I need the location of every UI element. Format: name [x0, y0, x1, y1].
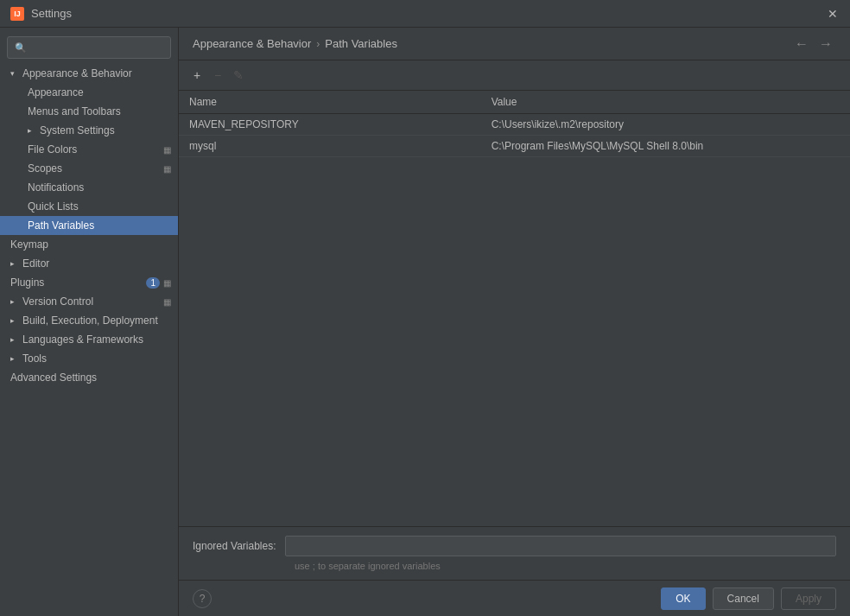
sidebar-item-plugins[interactable]: Plugins 1 ▦	[0, 273, 178, 292]
main-content: 🔍 ▾ Appearance & Behavior Appearance Men…	[0, 28, 850, 616]
close-button[interactable]: ✕	[826, 7, 840, 21]
toolbar: + − ✎	[179, 60, 850, 91]
settings-window: IJ Settings ✕ 🔍 ▾ Appearance & Behavior …	[0, 0, 850, 616]
ok-button[interactable]: OK	[661, 587, 705, 610]
plugins-extra: 1 ▦	[146, 277, 171, 289]
sidebar-item-scopes[interactable]: Scopes ▦	[0, 159, 178, 178]
col-header-value: Value	[481, 91, 850, 114]
sidebar-item-quick-lists[interactable]: Quick Lists	[0, 197, 178, 216]
scopes-extra: ▦	[163, 164, 171, 174]
plugins-badge: 1	[146, 277, 160, 289]
sidebar: 🔍 ▾ Appearance & Behavior Appearance Men…	[0, 28, 179, 616]
sidebar-item-version-control[interactable]: ▸ Version Control ▦	[0, 292, 178, 311]
chevron-down-icon: ▾	[10, 69, 19, 78]
sidebar-item-path-variables[interactable]: Path Variables	[0, 216, 178, 235]
nav-buttons: ← →	[791, 35, 836, 54]
sidebar-item-system-settings[interactable]: ▸ System Settings	[0, 121, 178, 140]
sidebar-item-build-execution[interactable]: ▸ Build, Execution, Deployment	[0, 311, 178, 330]
sidebar-item-languages-frameworks[interactable]: ▸ Languages & Frameworks	[0, 330, 178, 349]
sidebar-item-appearance[interactable]: Appearance	[0, 83, 178, 102]
sidebar-item-advanced-settings[interactable]: Advanced Settings	[0, 368, 178, 387]
table-row[interactable]: MAVEN_REPOSITORYC:\Users\ikize\.m2\repos…	[179, 114, 850, 136]
table-row[interactable]: mysqlC:\Program Files\MySQL\MySQL Shell …	[179, 136, 850, 157]
plugins-icon: ▦	[163, 278, 171, 288]
file-colors-icon: ▦	[163, 145, 171, 155]
cell-value: C:\Program Files\MySQL\MySQL Shell 8.0\b…	[481, 136, 850, 157]
help-section: ?	[193, 589, 212, 608]
nav-forward-button[interactable]: →	[815, 35, 836, 54]
ignored-label: Ignored Variables:	[193, 540, 276, 552]
sidebar-item-notifications[interactable]: Notifications	[0, 178, 178, 197]
title-bar: IJ Settings ✕	[0, 0, 850, 28]
file-colors-extra: ▦	[163, 145, 171, 155]
chevron-right-icon: ▸	[28, 126, 36, 135]
apply-button[interactable]: Apply	[781, 587, 836, 610]
cell-name: MAVEN_REPOSITORY	[179, 114, 481, 136]
col-header-name: Name	[179, 91, 481, 114]
search-box[interactable]: 🔍	[7, 36, 171, 59]
chevron-right-icon-tools: ▸	[10, 354, 19, 363]
main-panel: Appearance & Behavior › Path Variables ←…	[179, 28, 850, 616]
add-button[interactable]: +	[187, 66, 206, 85]
title-bar-left: IJ Settings	[10, 7, 72, 21]
sidebar-item-keymap[interactable]: Keymap	[0, 235, 178, 254]
sidebar-item-tools[interactable]: ▸ Tools	[0, 349, 178, 368]
vc-extra: ▦	[163, 297, 171, 307]
breadcrumb-separator: ›	[316, 38, 320, 50]
sidebar-item-editor[interactable]: ▸ Editor	[0, 254, 178, 273]
chevron-right-icon-editor: ▸	[10, 259, 19, 268]
sidebar-item-file-colors[interactable]: File Colors ▦	[0, 140, 178, 159]
vc-icon: ▦	[163, 297, 171, 307]
window-title: Settings	[31, 7, 72, 20]
chevron-right-icon-vc: ▸	[10, 297, 19, 306]
chevron-right-icon-build: ▸	[10, 316, 19, 325]
sidebar-item-menus-toolbars[interactable]: Menus and Toolbars	[0, 102, 178, 121]
dialog-footer: ? OK Cancel Apply	[179, 580, 850, 616]
bottom-panel: Ignored Variables: use ; to separate ign…	[179, 526, 850, 580]
help-button[interactable]: ?	[193, 589, 212, 608]
search-icon: 🔍	[15, 42, 27, 54]
breadcrumb: Appearance & Behavior › Path Variables ←…	[179, 28, 850, 60]
cell-name: mysql	[179, 136, 481, 157]
chevron-right-icon-lang: ▸	[10, 335, 19, 344]
path-variables-table: Name Value MAVEN_REPOSITORYC:\Users\ikiz…	[179, 91, 850, 526]
edit-button[interactable]: ✎	[229, 66, 248, 85]
breadcrumb-parent: Appearance & Behavior	[193, 37, 311, 50]
sidebar-item-appearance-behavior[interactable]: ▾ Appearance & Behavior	[0, 64, 178, 83]
nav-back-button[interactable]: ←	[791, 35, 812, 54]
breadcrumb-current: Path Variables	[325, 37, 397, 50]
cancel-button[interactable]: Cancel	[713, 587, 774, 610]
search-input[interactable]	[32, 41, 163, 54]
ignored-variables-row: Ignored Variables:	[193, 536, 836, 556]
ignored-hint: use ; to separate ignored variables	[193, 561, 836, 571]
app-logo: IJ	[10, 7, 24, 21]
ignored-variables-input[interactable]	[285, 536, 836, 556]
cell-value: C:\Users\ikize\.m2\repository	[481, 114, 850, 136]
remove-button[interactable]: −	[208, 66, 227, 85]
scopes-icon: ▦	[163, 164, 171, 174]
